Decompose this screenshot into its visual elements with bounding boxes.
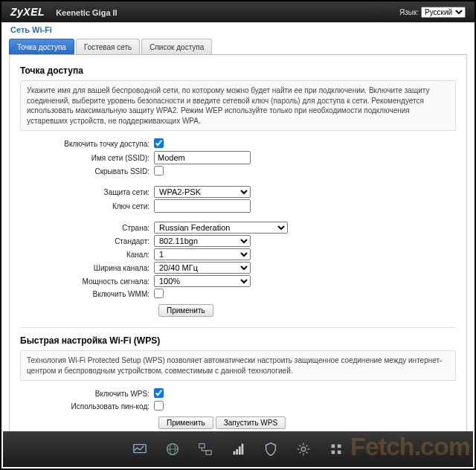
svg-rect-21 bbox=[332, 451, 335, 454]
svg-rect-6 bbox=[234, 451, 236, 455]
wps-pin-checkbox[interactable] bbox=[154, 401, 164, 411]
svg-rect-9 bbox=[242, 444, 244, 455]
brand-logo: ZyXEL bbox=[10, 6, 45, 18]
channel-label: Канал: bbox=[20, 251, 154, 259]
model-name: Keenetic Giga II bbox=[56, 8, 118, 17]
app-header: ZyXEL Keenetic Giga II Язык: Русский bbox=[1, 1, 475, 22]
tab-access-point[interactable]: Точка доступа bbox=[9, 39, 74, 54]
country-select[interactable]: Russian Federation bbox=[154, 222, 288, 234]
tab-bar: Точка доступа Гостевая сеть Список досту… bbox=[9, 39, 467, 55]
language-select[interactable]: Русский bbox=[421, 7, 466, 18]
security-select[interactable]: WPA2-PSK bbox=[154, 186, 251, 198]
ssid-label: Имя сети (SSID): bbox=[20, 154, 154, 162]
wps-start-button[interactable]: Запустить WPS bbox=[216, 416, 286, 429]
enable-ap-label: Включить точку доступа: bbox=[20, 140, 154, 148]
ap-apply-button[interactable]: Применить bbox=[158, 304, 213, 317]
svg-rect-8 bbox=[239, 446, 241, 454]
key-input[interactable] bbox=[154, 199, 251, 213]
language-label: Язык: bbox=[399, 8, 419, 16]
ap-info-text: Укажите имя для вашей беспроводной сети,… bbox=[20, 80, 456, 131]
svg-line-18 bbox=[306, 445, 308, 447]
svg-line-17 bbox=[300, 452, 301, 454]
security-label: Защита сети: bbox=[20, 188, 154, 196]
wps-section-title: Быстрая настройка Wi-Fi (WPS) bbox=[20, 335, 456, 346]
tab-access-list[interactable]: Список доступа bbox=[141, 39, 212, 54]
svg-rect-19 bbox=[332, 445, 335, 448]
section-divider bbox=[20, 327, 456, 328]
svg-rect-5 bbox=[206, 451, 211, 455]
apps-icon[interactable] bbox=[328, 441, 344, 457]
wps-info-text: Технология Wi-Fi Protected Setup (WPS) п… bbox=[20, 350, 456, 381]
enable-ap-checkbox[interactable] bbox=[154, 138, 164, 148]
breadcrumb: Сеть Wi-Fi bbox=[1, 22, 475, 36]
gear-icon[interactable] bbox=[295, 441, 312, 457]
ssid-input[interactable] bbox=[154, 151, 251, 164]
width-select[interactable]: 20/40 МГц bbox=[154, 262, 251, 274]
svg-rect-7 bbox=[236, 449, 238, 454]
tab-guest-network[interactable]: Гостевая сеть bbox=[76, 39, 140, 54]
svg-point-10 bbox=[301, 447, 306, 451]
svg-rect-20 bbox=[338, 445, 341, 448]
ap-section-title: Точка доступа bbox=[20, 65, 456, 76]
monitor-icon[interactable] bbox=[132, 441, 148, 457]
svg-rect-4 bbox=[199, 444, 205, 448]
standard-select[interactable]: 802.11bgn bbox=[154, 235, 251, 247]
svg-rect-22 bbox=[338, 451, 341, 454]
network-icon[interactable] bbox=[197, 441, 213, 457]
language-switcher: Язык: Русский bbox=[399, 7, 466, 18]
power-label: Мощность сигнала: bbox=[20, 277, 154, 286]
standard-label: Стандарт: bbox=[20, 237, 154, 245]
channel-select[interactable]: 1 bbox=[154, 248, 251, 260]
footer-nav bbox=[3, 431, 473, 467]
wmm-checkbox[interactable] bbox=[154, 289, 164, 298]
hide-ssid-label: Скрывать SSID: bbox=[20, 167, 154, 176]
wps-apply-button[interactable]: Применить bbox=[158, 416, 213, 429]
wps-pin-label: Использовать пин-код: bbox=[20, 402, 154, 411]
hide-ssid-checkbox[interactable] bbox=[154, 166, 164, 176]
wifi-icon[interactable] bbox=[230, 441, 246, 457]
wps-enable-label: Включить WPS: bbox=[20, 390, 154, 398]
power-select[interactable]: 100% bbox=[154, 275, 251, 287]
svg-line-15 bbox=[300, 445, 301, 447]
width-label: Ширина канала: bbox=[20, 264, 154, 272]
svg-line-16 bbox=[306, 452, 308, 454]
settings-panel: Точка доступа Укажите имя для вашей бесп… bbox=[9, 55, 467, 434]
globe-icon[interactable] bbox=[164, 441, 181, 457]
shield-icon[interactable] bbox=[263, 441, 279, 457]
wmm-label: Включить WMM: bbox=[20, 290, 154, 298]
svg-rect-0 bbox=[134, 445, 147, 453]
key-label: Ключ сети: bbox=[20, 202, 154, 210]
wps-enable-checkbox[interactable] bbox=[154, 388, 164, 398]
country-label: Страна: bbox=[20, 224, 154, 232]
